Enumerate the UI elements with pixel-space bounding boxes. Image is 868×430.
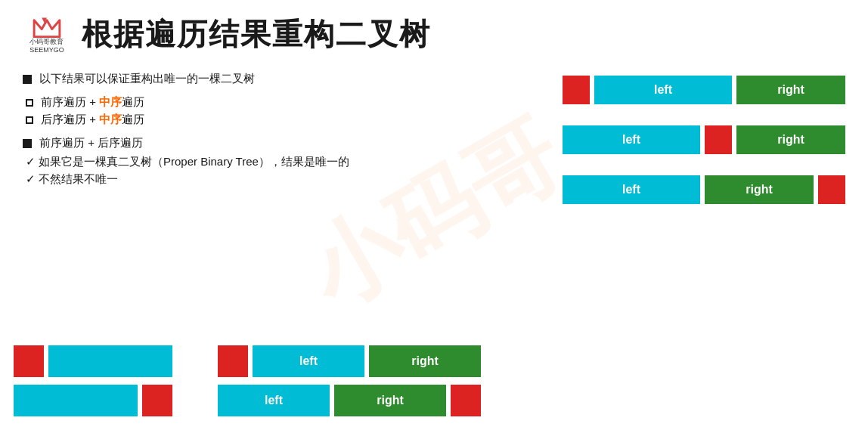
main-content: 小码哥教育 SEEMYGO 根据遍历结果重构二叉树 以下结果可以保证重构出唯一的… [0,0,868,209]
left-block-br2: left [218,385,330,416]
section-2: 前序遍历 + 中序遍历 后序遍历 + 中序遍历 [23,95,845,127]
bl-row1 [14,345,172,377]
logo-top-text: 小码哥教育 [29,38,64,46]
bottom-left-col [14,345,172,416]
section-1: 以下结果可以保证重构出唯一的一棵二叉树 [23,72,845,86]
red-block-bl1 [14,345,44,377]
line4: 前序遍历 + 后序遍历 [23,136,845,150]
bl-row2 [14,385,172,416]
red-block-bl2 [142,385,172,416]
cyan-block-bl2 [14,385,138,416]
left-block-br1: left [253,345,364,377]
right-block-br2: right [334,385,446,416]
line6: ✓不然结果不唯一 [23,172,845,187]
logo-icon [30,15,64,38]
br-row2: left right [218,385,481,416]
br-row1: left right [218,345,481,377]
right-block-br1: right [369,345,481,377]
red-block-br1 [218,345,248,377]
section-3: 前序遍历 + 后序遍历 ✓如果它是一棵真二叉树（Proper Binary Tr… [23,136,845,187]
bottom-diagrams: left right left right [14,345,481,416]
bottom-right-col: left right left right [218,345,481,416]
line2: 前序遍历 + 中序遍历 [23,95,845,110]
header: 小码哥教育 SEEMYGO 根据遍历结果重构二叉树 [23,14,845,55]
red-block-br2 [451,385,481,416]
logo-bottom-text: SEEMYGO [29,46,64,54]
svg-marker-0 [34,20,60,36]
logo: 小码哥教育 SEEMYGO [23,15,71,54]
line5: ✓如果它是一棵真二叉树（Proper Binary Tree），结果是唯一的 [23,155,845,169]
line3: 后序遍历 + 中序遍历 [23,113,845,127]
page-title: 根据遍历结果重构二叉树 [82,14,431,55]
cyan-block-bl1 [48,345,172,377]
line1: 以下结果可以保证重构出唯一的一棵二叉树 [23,72,845,86]
